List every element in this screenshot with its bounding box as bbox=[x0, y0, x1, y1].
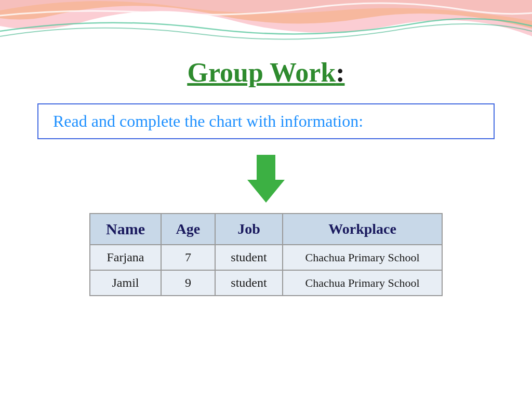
col-header-job: Job bbox=[215, 214, 283, 245]
table-row: Jamil 9 student Chachua Primary School bbox=[90, 270, 442, 296]
cell-job-1: student bbox=[215, 270, 283, 296]
table-row: Farjana 7 student Chachua Primary School bbox=[90, 245, 442, 270]
instruction-box: Read and complete the chart with informa… bbox=[37, 103, 495, 139]
down-arrow-icon bbox=[247, 155, 285, 203]
cell-workplace-0: Chachua Primary School bbox=[283, 245, 442, 270]
cell-name-1: Jamil bbox=[90, 270, 161, 296]
col-header-name: Name bbox=[90, 214, 161, 245]
page-title: Group Work: bbox=[188, 57, 345, 88]
table-header-row: Name Age Job Workplace bbox=[90, 214, 442, 245]
cell-age-1: 9 bbox=[161, 270, 215, 296]
info-table: Name Age Job Workplace Farjana 7 student… bbox=[89, 213, 443, 296]
arrow-container bbox=[247, 155, 285, 203]
instruction-text: Read and complete the chart with informa… bbox=[53, 112, 363, 130]
cell-workplace-1: Chachua Primary School bbox=[283, 270, 442, 296]
col-header-age: Age bbox=[161, 214, 215, 245]
cell-age-0: 7 bbox=[161, 245, 215, 270]
cell-job-0: student bbox=[215, 245, 283, 270]
col-header-workplace: Workplace bbox=[283, 214, 442, 245]
main-content: Group Work: Read and complete the chart … bbox=[0, 0, 532, 296]
cell-name-0: Farjana bbox=[90, 245, 161, 270]
